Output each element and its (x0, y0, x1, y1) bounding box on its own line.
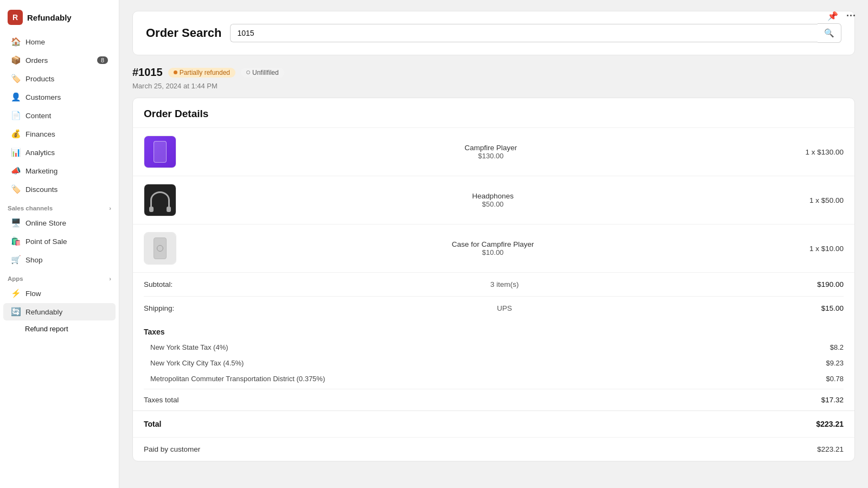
order-details-card: Order Details Campfire Player $130.00 1 … (132, 98, 855, 461)
sidebar-item-marketing[interactable]: 📣 Marketing (3, 162, 116, 179)
sidebar-subitem-refund-report[interactable]: Refund report (3, 322, 116, 336)
apps-chevron[interactable]: › (109, 275, 111, 282)
refundably-icon: 🔄 (11, 307, 21, 317)
sidebar-item-online-store[interactable]: 🖥️ Online Store (3, 214, 116, 232)
online-store-icon: 🖥️ (11, 218, 21, 228)
order-header: #1015 Partially refunded Unfillfiled Mar… (132, 66, 855, 98)
main-content: Order Search 🔍 #1015 Partially refunded … (119, 0, 868, 488)
subtotal-items: 3 item(s) (209, 280, 800, 288)
shipping-label: Shipping: (144, 304, 209, 312)
paid-value: $223.21 (817, 445, 844, 453)
case-shape (154, 237, 167, 259)
home-icon: 🏠 (11, 37, 21, 47)
taxes-total-value: $17.32 (821, 396, 844, 404)
sidebar-item-refundably[interactable]: 🔄 Refundably (3, 303, 116, 320)
order-search-title: Order Search (146, 26, 221, 40)
marketing-icon: 📣 (11, 166, 21, 176)
product-thumb-case (144, 232, 176, 265)
discounts-icon: 🏷️ (11, 184, 21, 194)
sales-channels-section: Sales channels › (0, 198, 119, 214)
summary-section: Subtotal: 3 item(s) $190.00 Shipping: UP… (133, 273, 854, 320)
analytics-icon: 📊 (11, 147, 21, 157)
total-label: Total (144, 420, 161, 428)
product-price-headphones: $50.00 (185, 200, 801, 208)
orders-badge: 8 (97, 56, 108, 64)
subtotal-row: Subtotal: 3 item(s) $190.00 (144, 273, 844, 297)
subtotal-label: Subtotal: (144, 280, 209, 288)
sidebar-item-flow[interactable]: ⚡ Flow (3, 285, 116, 302)
product-thumb-headphones (144, 184, 176, 216)
product-price-case: $10.00 (185, 248, 801, 256)
product-list: Campfire Player $130.00 1 x $130.00 Head… (133, 127, 854, 273)
shop-icon: 🛒 (11, 255, 21, 265)
taxes-total-label: Taxes total (144, 396, 179, 404)
partially-refunded-badge: Partially refunded (168, 68, 235, 78)
shipping-carrier: UPS (209, 304, 800, 312)
pos-icon: 🛍️ (11, 236, 21, 246)
sidebar-item-products[interactable]: 🏷️ Products (3, 70, 116, 87)
order-date: March 25, 2024 at 1:44 PM (132, 82, 855, 90)
paid-row: Paid by customer $223.21 (133, 437, 854, 461)
product-qty-headphones: 1 x $50.00 (809, 196, 844, 204)
pin-icon[interactable]: 📌 (825, 8, 841, 24)
search-input-wrap: 🔍 (230, 23, 841, 43)
unfulfilled-dot (246, 70, 250, 74)
logo-icon: R (8, 10, 23, 25)
app-name: Refundably (27, 13, 72, 22)
headphone-shape (150, 191, 170, 209)
order-id: #1015 (132, 66, 163, 79)
apps-section: Apps › (0, 269, 119, 284)
product-info-case: Case for Campfire Player $10.00 (185, 240, 801, 256)
finances-icon: 💰 (11, 129, 21, 139)
campfire-image (144, 136, 176, 168)
case-image (144, 233, 176, 264)
more-options-icon[interactable]: ··· (843, 8, 859, 24)
order-search-card: Order Search 🔍 (132, 11, 855, 55)
products-icon: 🏷️ (11, 74, 21, 84)
paid-label: Paid by customer (144, 445, 200, 453)
sidebar-item-analytics[interactable]: 📊 Analytics (3, 144, 116, 161)
orders-icon: 📦 (11, 55, 21, 65)
tax-row-1: New York City City Tax (4.5%) $9.23 (144, 355, 844, 371)
sidebar: R Refundably 🏠 Home 📦 Orders 8 🏷️ Produc… (0, 0, 119, 488)
shipping-value: $15.00 (800, 304, 844, 312)
total-value: $223.21 (816, 420, 844, 428)
product-row-case: Case for Campfire Player $10.00 1 x $10.… (133, 224, 854, 273)
sidebar-item-customers[interactable]: 👤 Customers (3, 88, 116, 106)
sidebar-item-discounts[interactable]: 🏷️ Discounts (3, 181, 116, 198)
product-qty-campfire: 1 x $130.00 (805, 148, 844, 156)
product-price-campfire: $130.00 (185, 152, 796, 160)
unfulfilled-badge: Unfillfiled (241, 68, 284, 78)
product-info-headphones: Headphones $50.00 (185, 192, 801, 208)
tax-row-2: Metropolitan Commuter Transportation Dis… (144, 371, 844, 387)
headphones-image (144, 184, 176, 216)
product-name-headphones: Headphones (185, 192, 801, 200)
product-name-campfire: Campfire Player (185, 144, 796, 152)
tax-amount-0: $8.2 (830, 343, 844, 351)
sidebar-item-orders[interactable]: 📦 Orders 8 (3, 52, 116, 69)
product-thumb-campfire (144, 136, 176, 168)
customers-icon: 👤 (11, 92, 21, 102)
sidebar-item-content[interactable]: 📄 Content (3, 107, 116, 124)
order-details-title: Order Details (133, 98, 854, 127)
order-search-input[interactable] (230, 24, 818, 42)
subtotal-value: $190.00 (800, 280, 844, 288)
tax-amount-2: $0.78 (826, 375, 844, 383)
flow-icon: ⚡ (11, 288, 21, 298)
app-logo[interactable]: R Refundably (0, 4, 119, 33)
product-row-campfire: Campfire Player $130.00 1 x $130.00 (133, 128, 854, 176)
product-row-headphones: Headphones $50.00 1 x $50.00 (133, 176, 854, 224)
content-icon: 📄 (11, 111, 21, 120)
sidebar-item-home[interactable]: 🏠 Home (3, 33, 116, 50)
taxes-total-row: Taxes total $17.32 (144, 389, 844, 410)
sidebar-item-finances[interactable]: 💰 Finances (3, 125, 116, 143)
tax-name-0: New York State Tax (4%) (150, 343, 228, 351)
tax-name-1: New York City City Tax (4.5%) (150, 359, 244, 367)
product-name-case: Case for Campfire Player (185, 240, 801, 248)
tax-amount-1: $9.23 (826, 359, 844, 367)
sales-channels-chevron[interactable]: › (109, 205, 111, 211)
taxes-section: Taxes New York State Tax (4%) $8.2 New Y… (133, 320, 854, 410)
tax-name-2: Metropolitan Commuter Transportation Dis… (150, 375, 325, 383)
sidebar-item-shop[interactable]: 🛒 Shop (3, 251, 116, 268)
sidebar-item-point-of-sale[interactable]: 🛍️ Point of Sale (3, 233, 116, 250)
